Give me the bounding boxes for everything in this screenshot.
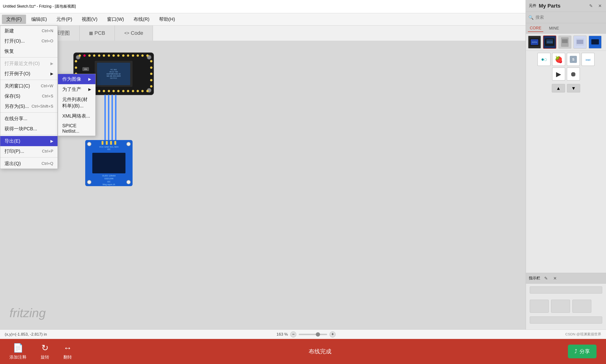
separator-4 — [0, 135, 57, 135]
indicator-section: 指示栏 ✎ ✕ — [526, 273, 606, 339]
export-submenu: 作为图像 ▶ 为了生产 ▶ 元件列表(材料单)(B)... XML网络表... … — [58, 74, 96, 136]
parts-tabs: CORE MINE — [526, 23, 606, 34]
add-note-label: 添加注释 — [10, 354, 27, 360]
export-as-image[interactable]: 作为图像 ▶ — [58, 74, 95, 84]
share-button[interactable]: ⤴ 分享 — [568, 345, 596, 358]
oled-display[interactable]: VCC GND SCL SDAI2C OLED 128x64SSD1306I2C… — [85, 140, 133, 186]
indicator-box-1 — [530, 300, 549, 313]
menu-route[interactable]: 布线(R) — [129, 15, 154, 24]
scroll-up-btn[interactable]: ▲ — [552, 84, 565, 92]
pin — [117, 54, 120, 57]
right-pins — [150, 60, 152, 88]
indicator-close-icon[interactable]: ✕ — [552, 275, 558, 282]
menu-help[interactable]: 帮助(H) — [155, 15, 179, 24]
pin — [108, 54, 110, 57]
zoom-in-button[interactable]: + — [330, 331, 336, 338]
pin — [98, 54, 100, 57]
parts-edit-icon[interactable]: ✎ — [588, 3, 594, 9]
tab-pcb[interactable]: ▦PCB — [80, 26, 115, 41]
export-spice-netlist[interactable]: SPICE Netlist... — [58, 121, 95, 136]
oled-pin-labels: VCC GND SCL SDAI2C — [99, 146, 119, 150]
zoom-slider[interactable] — [299, 334, 327, 335]
menu-file[interactable]: 文件(F) — [2, 15, 26, 24]
parts-panel-title-right: My Parts — [539, 3, 585, 9]
menu-revert[interactable]: 恢复 — [0, 46, 57, 56]
route-status: 布线完成 — [86, 348, 554, 355]
parts-core-row: ESP32 WROOM — [526, 34, 606, 51]
pin — [98, 90, 100, 92]
menu-export[interactable]: 导出(E) ▶ — [0, 136, 57, 146]
tab-code[interactable]: <>Code — [115, 26, 153, 41]
export-for-production[interactable]: 为了生产 ▶ — [58, 84, 95, 94]
parts-search-input[interactable] — [536, 15, 604, 20]
part-thumb-4[interactable] — [573, 36, 587, 49]
flip-button[interactable]: ↔ 翻转 — [63, 343, 72, 360]
search-icon: 🔍 — [528, 15, 534, 20]
zoom-level: 163 % — [276, 332, 288, 337]
menu-open-example[interactable]: 打开例子(O) ▶ — [0, 69, 57, 79]
separator-5 — [0, 157, 57, 157]
indicator-box-2 — [551, 300, 570, 313]
menubar: 文件(F) 编辑(E) 元件(P) 视图(V) 窗口(W) 布线(R) 帮助(H… — [0, 13, 606, 26]
statusbar: (x,y)=(-1.853, -2.817) in 163 % − + CSDN… — [0, 329, 606, 339]
pin — [75, 60, 77, 63]
file-dropdown-menu: 新建 Ctrl+N 打开(O)... Ctrl+O 恢复 打开最近文件(O) ▶… — [0, 26, 58, 169]
svg-rect-9 — [577, 40, 583, 44]
menu-save[interactable]: 保存(S) Ctrl+S — [0, 91, 57, 101]
indicator-edit-icon[interactable]: ✎ — [543, 275, 549, 282]
zoom-controls: 163 % − + — [276, 331, 336, 338]
parts-panel-header: 元件 My Parts ✎ ✕ — [526, 0, 606, 12]
pin — [150, 60, 152, 63]
menu-share-online[interactable]: 在线分享... — [0, 114, 57, 124]
part-thumb-5[interactable] — [589, 36, 602, 49]
menu-print[interactable]: 打印(P)... Ctrl+P — [0, 146, 57, 156]
export-bom[interactable]: 元件列表(材料单)(B)... — [58, 94, 95, 111]
oled-pcb: VCC GND SCL SDAI2C OLED 128x64SSD1306I2C… — [85, 140, 133, 186]
menu-edit[interactable]: 编辑(E) — [27, 15, 51, 24]
export-xml-netlist[interactable]: XML网络表... — [58, 111, 95, 121]
status-coordinates: (x,y)=(-1.853, -2.817) in — [5, 332, 47, 337]
bottom-toolbar: 📄 添加注释 ↻ 旋转 ↔ 翻转 布线完成 ⤴ 分享 — [0, 339, 606, 364]
zoom-out-button[interactable]: − — [290, 331, 296, 338]
parts-search-bar: 🔍 — [526, 12, 606, 23]
mine-icon-intel[interactable]: intel — [581, 53, 595, 66]
oled-pin-sda — [114, 141, 116, 145]
menu-close[interactable]: 关闭窗口(C) Ctrl+W — [0, 81, 57, 91]
menu-view[interactable]: 视图(V) — [77, 15, 102, 24]
mine-icon-record[interactable]: ⏺ — [567, 67, 580, 81]
pin — [75, 66, 77, 69]
rotate-button[interactable]: ↻ 旋转 — [41, 343, 49, 360]
mine-icon-play[interactable]: ▶ — [552, 67, 565, 81]
wire-1 — [104, 95, 106, 142]
parts-close-icon[interactable]: ✕ — [596, 3, 603, 9]
parts-tab-mine[interactable]: MINE — [547, 25, 561, 32]
menu-window[interactable]: 窗口(W) — [103, 15, 128, 24]
en-button[interactable]: EN — [82, 67, 89, 71]
mine-icon-arduino[interactable]: ●◯ — [537, 53, 551, 66]
mine-icon-seeed[interactable]: S — [567, 53, 580, 66]
part-thumb-3-img — [559, 36, 570, 48]
menu-parts[interactable]: 元件(P) — [52, 15, 77, 24]
part-thumb-1[interactable]: ESP32 — [528, 36, 541, 49]
part-thumb-3[interactable] — [558, 36, 571, 49]
menu-quit[interactable]: 退出(Q) Ctrl+Q — [0, 158, 57, 169]
pin — [79, 54, 81, 57]
connecting-wires — [103, 95, 122, 142]
wire-3 — [111, 95, 113, 142]
svg-text:intel: intel — [586, 58, 590, 61]
add-note-button[interactable]: 📄 添加注释 — [10, 343, 27, 360]
menu-new[interactable]: 新建 Ctrl+N — [0, 26, 57, 36]
menu-save-as[interactable]: 另存为(S)... Ctrl+Shift+S — [0, 101, 57, 111]
parts-tab-core[interactable]: CORE — [528, 25, 543, 32]
svg-rect-11 — [591, 39, 599, 44]
oled-pin-scl — [110, 141, 112, 145]
zoom-slider-thumb[interactable] — [316, 332, 320, 337]
menu-open[interactable]: 打开(O)... Ctrl+O — [0, 36, 57, 46]
pin — [117, 90, 120, 92]
indicator-header: 指示栏 ✎ ✕ — [526, 273, 606, 284]
mine-icon-raspberry[interactable]: 🍓 — [552, 53, 565, 66]
scroll-down-btn[interactable]: ▼ — [567, 84, 580, 92]
pin — [150, 73, 152, 75]
menu-get-pcb[interactable]: 获得一块PCB... — [0, 124, 57, 134]
part-thumb-2[interactable]: WROOM — [543, 36, 556, 49]
